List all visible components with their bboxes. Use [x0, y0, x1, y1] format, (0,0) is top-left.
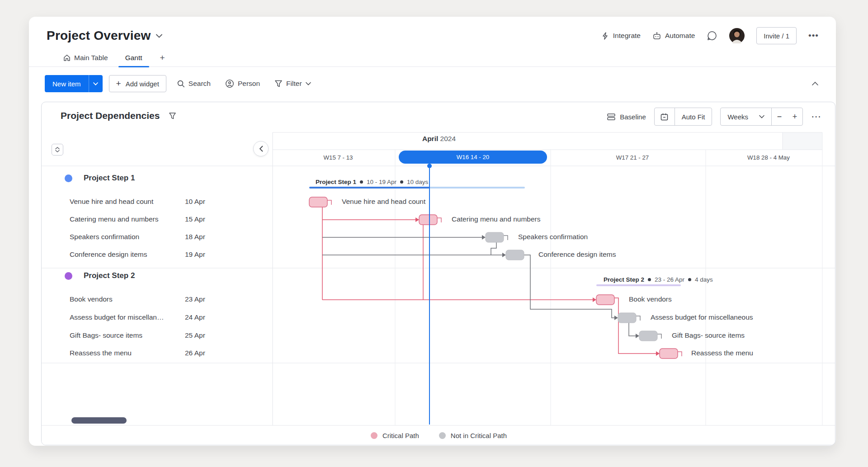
baseline-button[interactable]: Baseline — [607, 113, 646, 121]
gantt-controls: Baseline Auto Fit Weeks − + ⋯ — [607, 108, 821, 126]
home-icon — [63, 54, 71, 61]
widget-title: Project Dependencies — [61, 110, 160, 121]
invite-button[interactable]: Invite / 1 — [756, 27, 797, 44]
hide-panel-button[interactable] — [253, 141, 269, 156]
bar-label: Venue hire and head count — [342, 198, 425, 206]
auto-fit-button[interactable]: Auto Fit — [675, 108, 712, 125]
board-title-wrap[interactable]: Project Overview — [47, 28, 162, 43]
bar-book-vendors[interactable] — [596, 295, 614, 305]
person-filter-button[interactable]: Person — [221, 79, 264, 88]
bar-label: Speakers confirmation — [518, 233, 588, 241]
integrate-button[interactable]: Integrate — [601, 32, 641, 40]
week-header-w16-active[interactable]: W16 14 - 20 — [399, 151, 547, 164]
tab-gantt[interactable]: Gantt — [114, 49, 154, 66]
list-item[interactable]: Catering menu and numbers — [70, 215, 167, 223]
baseline-label: Baseline — [620, 113, 646, 121]
search-label: Search — [189, 80, 211, 88]
horizontal-scrollbar[interactable] — [71, 417, 127, 424]
list-item[interactable]: Conference design items — [70, 250, 167, 259]
list-item-date[interactable]: 24 Apr — [185, 313, 205, 321]
tab-main-table[interactable]: Main Table — [57, 49, 114, 66]
week-header-w18[interactable]: W18 28 - 4 May — [719, 154, 818, 161]
person-label: Person — [238, 80, 260, 88]
bar-conference[interactable] — [506, 250, 524, 260]
zoom-group: Weeks − + — [720, 108, 803, 126]
list-item-date[interactable]: 10 Apr — [185, 198, 205, 206]
today-dot — [427, 164, 432, 168]
funnel-icon[interactable] — [169, 112, 176, 120]
group-header-step1[interactable]: Project Step 1 — [65, 174, 135, 183]
zoom-in-button[interactable]: + — [787, 108, 802, 125]
summary-dates: 23 - 26 Apr — [655, 276, 684, 283]
filter-button[interactable]: Filter — [270, 80, 315, 88]
list-item-date[interactable]: 19 Apr — [185, 250, 205, 259]
list-item[interactable]: Reassess the menu — [70, 349, 167, 357]
list-item[interactable]: Assess budget for miscellaneous — [70, 313, 167, 321]
bar-assess-budget[interactable] — [618, 313, 636, 323]
bar-speakers[interactable] — [486, 232, 504, 242]
add-widget-button[interactable]: + Add widget — [109, 75, 166, 92]
auto-fit-label: Auto Fit — [682, 113, 705, 121]
summary-label-step2: Project Step 2 23 - 26 Apr 4 days — [604, 276, 713, 283]
zoom-unit-label: Weeks — [727, 113, 748, 121]
new-item-dropdown[interactable] — [89, 75, 103, 92]
zoom-out-button[interactable]: − — [772, 108, 787, 125]
list-item-date[interactable]: 23 Apr — [185, 295, 205, 303]
bar-label: Conference design items — [538, 250, 616, 259]
group-title: Project Step 1 — [84, 174, 135, 183]
list-item[interactable]: Venue hire and head count — [70, 198, 167, 206]
separator-dot — [688, 278, 691, 281]
calendar-icon — [660, 113, 669, 121]
list-item-date[interactable]: 15 Apr — [185, 215, 205, 223]
month-name: April — [422, 135, 438, 142]
chevron-down-icon — [306, 82, 311, 85]
bar-venue-hire[interactable] — [309, 197, 327, 207]
chat-bubble-icon[interactable] — [707, 30, 717, 41]
week-header-w15[interactable]: W15 7 - 13 — [288, 154, 388, 161]
calendar-button[interactable] — [655, 108, 675, 125]
widget-more-menu[interactable]: ⋯ — [811, 111, 821, 123]
chevron-left-icon — [259, 146, 263, 152]
legend-critical: Critical Path — [371, 432, 419, 439]
summary-title: Project Step 2 — [604, 276, 644, 283]
integrate-icon — [601, 32, 609, 40]
list-item-date[interactable]: 26 Apr — [185, 349, 205, 357]
summary-duration: 4 days — [695, 276, 713, 283]
bar-catering[interactable] — [419, 215, 437, 225]
app-window: Project Overview Integrate Automate Invi… — [29, 17, 836, 446]
automate-button[interactable]: Automate — [652, 32, 695, 40]
new-item-button[interactable]: New item — [45, 75, 89, 92]
header-actions: Integrate Automate Invite / 1 ••• — [601, 27, 819, 44]
tab-main-table-label: Main Table — [74, 54, 108, 62]
list-item-date[interactable]: 18 Apr — [185, 233, 205, 241]
add-widget-label: Add widget — [126, 80, 159, 88]
collapse-toolbar-button[interactable] — [811, 81, 819, 86]
bar-reassess-menu[interactable] — [660, 349, 678, 359]
search-button[interactable]: Search — [173, 80, 215, 88]
legend-noncritical: Not in Critical Path — [439, 432, 507, 439]
board-header: Project Overview Integrate Automate Invi… — [29, 17, 836, 47]
list-item[interactable]: Gift Bags- source items — [70, 331, 167, 340]
zoom-unit-select[interactable]: Weeks — [721, 108, 772, 125]
board-toolbar: New item + Add widget Search Person Filt… — [45, 75, 819, 93]
list-item[interactable]: Speakers confirmation — [70, 233, 167, 241]
filter-label: Filter — [286, 80, 302, 88]
bar-label: Assess budget for miscellaneous — [651, 313, 753, 321]
list-item-date[interactable]: 25 Apr — [185, 331, 205, 340]
view-tabs: Main Table Gantt + — [29, 49, 836, 67]
chevron-down-icon — [759, 115, 764, 118]
week-header-w17[interactable]: W17 21 - 27 — [583, 154, 682, 161]
bar-label: Reassess the menu — [691, 349, 753, 357]
new-item-split-button[interactable]: New item — [45, 75, 103, 92]
group-header-step2[interactable]: Project Step 2 — [65, 271, 135, 280]
list-item[interactable]: Book vendors — [70, 295, 167, 303]
year: 2024 — [440, 135, 456, 142]
group-color-dot — [65, 272, 72, 280]
baseline-icon — [607, 113, 616, 121]
add-view-button[interactable]: + — [154, 53, 171, 63]
bar-gift-bags[interactable] — [639, 331, 657, 341]
avatar[interactable] — [729, 28, 745, 43]
board-more-menu[interactable]: ••• — [808, 31, 819, 41]
collapse-all-button[interactable] — [52, 144, 63, 156]
chevron-down-icon — [156, 34, 162, 38]
